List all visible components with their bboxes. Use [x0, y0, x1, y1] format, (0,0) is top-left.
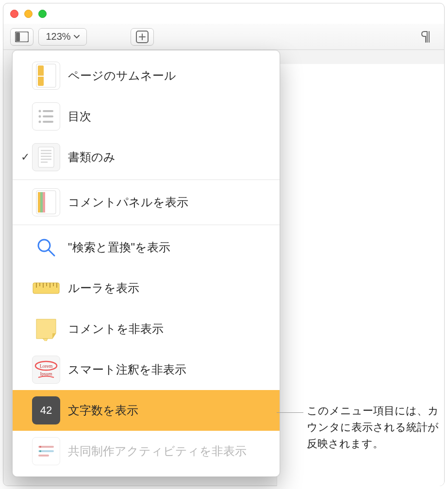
plus-box-icon — [136, 31, 149, 43]
menu-item-show-comments-panel[interactable]: コメントパネルを表示 — [13, 182, 280, 223]
callout-text: このメニュー項目には、カウンタに表示される統計が反映されます。 — [307, 403, 444, 452]
svg-rect-15 — [41, 156, 51, 157]
svg-point-8 — [39, 115, 41, 118]
fullscreen-window-button[interactable] — [38, 10, 47, 18]
svg-point-38 — [39, 446, 41, 448]
menu-item-label: "検索と置換"を表示 — [68, 240, 170, 255]
menu-item-label: 文字数を表示 — [68, 403, 138, 418]
minimize-window-button[interactable] — [24, 10, 33, 18]
svg-rect-11 — [43, 121, 53, 123]
chevron-down-icon — [74, 35, 80, 39]
insert-button[interactable] — [131, 28, 154, 46]
menu-item-document-only[interactable]: ✓ 書類のみ — [13, 137, 280, 178]
svg-rect-7 — [43, 110, 53, 112]
paragraph-button[interactable] — [414, 28, 437, 46]
sidebar-icon — [15, 32, 29, 42]
svg-text:Lorem: Lorem — [40, 363, 53, 369]
svg-point-6 — [39, 110, 41, 113]
titlebar — [3, 3, 444, 24]
menu-item-show-ruler[interactable]: ルーラを表示 — [13, 268, 280, 309]
menu-item-label: コメントパネルを表示 — [68, 195, 188, 210]
menu-item-hide-smart-annotations[interactable]: Lorem Ipsum スマート注釈を非表示 — [13, 349, 280, 390]
document-icon — [32, 143, 60, 171]
svg-rect-9 — [43, 115, 53, 117]
search-icon — [32, 233, 60, 261]
menu-item-toc[interactable]: 目次 — [13, 96, 280, 137]
menu-item-label: ルーラを表示 — [68, 280, 139, 296]
svg-rect-20 — [40, 192, 43, 212]
svg-rect-37 — [38, 455, 49, 456]
svg-rect-17 — [41, 162, 48, 163]
menu-item-show-word-count[interactable]: 42 文字数を表示 — [13, 390, 280, 431]
svg-rect-21 — [43, 192, 45, 212]
svg-rect-24 — [33, 283, 59, 293]
menu-item-label: 目次 — [68, 109, 91, 124]
view-button[interactable] — [10, 28, 33, 46]
menu-item-label: ページのサムネール — [68, 68, 176, 83]
word-count-icon: 42 — [32, 396, 60, 424]
sticky-note-icon — [32, 315, 60, 343]
svg-point-10 — [39, 121, 41, 123]
view-menu-popover: ページのサムネール 目次 ✓ — [12, 50, 280, 477]
zoom-dropdown[interactable]: 123% — [38, 28, 87, 46]
menu-item-hide-collab-activity: 共同制作アクティビティを非表示 — [13, 431, 280, 472]
menu-item-label: 書類のみ — [68, 149, 116, 165]
zoom-value: 123% — [46, 31, 70, 42]
word-count-badge: 42 — [40, 404, 52, 417]
svg-line-23 — [49, 250, 54, 256]
menu-item-label: 共同制作アクティビティを非表示 — [68, 443, 247, 459]
checkmark-icon: ✓ — [18, 151, 32, 163]
menu-item-page-thumbnails[interactable]: ページのサムネール — [13, 55, 280, 96]
svg-point-39 — [39, 450, 41, 452]
smart-annotation-icon: Lorem Ipsum — [32, 356, 60, 384]
svg-text:Ipsum: Ipsum — [40, 371, 52, 376]
close-window-button[interactable] — [10, 10, 18, 18]
menu-item-label: コメントを非表示 — [68, 321, 164, 337]
svg-rect-13 — [41, 150, 51, 151]
toolbar: 123% — [3, 24, 444, 50]
menu-item-hide-comments[interactable]: コメントを非表示 — [13, 309, 280, 349]
window-controls — [10, 10, 47, 18]
svg-rect-16 — [41, 159, 51, 160]
menu-separator — [13, 225, 280, 225]
collab-activity-icon — [32, 437, 60, 465]
callout-leader-line — [277, 412, 303, 413]
comments-panel-icon — [32, 188, 60, 216]
svg-rect-19 — [38, 192, 40, 212]
list-icon — [32, 102, 60, 130]
menu-item-show-find-replace[interactable]: "検索と置換"を表示 — [13, 227, 280, 268]
ruler-icon — [32, 274, 60, 302]
menu-separator — [13, 179, 280, 180]
menu-item-label: スマート注釈を非表示 — [68, 362, 186, 377]
pilcrow-icon — [420, 31, 431, 43]
thumbnails-icon — [32, 62, 60, 90]
svg-rect-14 — [41, 153, 51, 154]
svg-rect-1 — [16, 33, 20, 41]
